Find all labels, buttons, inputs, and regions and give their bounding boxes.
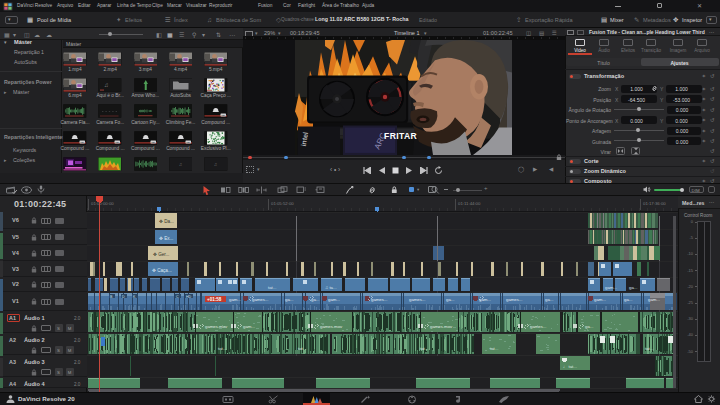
svg-text:games...: games... xyxy=(530,324,546,329)
svg-text:games...: games... xyxy=(506,297,522,302)
svg-text:ga...: ga... xyxy=(629,285,637,290)
svg-text:games...: games... xyxy=(409,297,425,302)
svg-text:gam...: gam... xyxy=(648,297,660,302)
svg-text:games.mov: games.mov xyxy=(320,324,343,329)
svg-text:tat...: tat... xyxy=(298,346,306,351)
svg-text:FRITAR: FRITAR xyxy=(384,131,418,141)
svg-text:C: C xyxy=(176,295,179,299)
svg-text:720: 720 xyxy=(116,140,121,143)
svg-text:games.mov: games.mov xyxy=(205,324,228,329)
svg-text:♫: ♫ xyxy=(104,82,109,88)
svg-text:ga...: ga... xyxy=(285,297,293,302)
svg-text:♫ ta...: ♫ ta... xyxy=(325,285,337,290)
svg-text:♩ tat...: ♩ tat... xyxy=(563,364,577,369)
svg-text:♫: ♫ xyxy=(214,162,217,167)
svg-text:ga...: ga... xyxy=(446,297,454,302)
svg-text:gam...: gam... xyxy=(243,324,255,329)
svg-text:tat...: tat... xyxy=(645,346,653,351)
svg-text:games...: games... xyxy=(252,297,268,302)
svg-text:✥ Da...: ✥ Da... xyxy=(159,219,174,224)
svg-text:720: 720 xyxy=(80,140,85,143)
svg-text:gam...: gam... xyxy=(605,285,617,290)
svg-text:tat...: tat... xyxy=(420,346,428,351)
svg-text:D: D xyxy=(122,295,125,299)
svg-text:✥ Ger...: ✥ Ger... xyxy=(153,252,169,257)
svg-text:games...: games... xyxy=(371,297,387,302)
svg-text:tat...: tat... xyxy=(268,285,276,290)
svg-text:ga...: ga... xyxy=(585,324,593,329)
svg-text:01:11:44:00: 01:11:44:00 xyxy=(458,201,481,206)
svg-text:✥ Ex...: ✥ Ex... xyxy=(159,236,173,241)
svg-text:gam...: gam... xyxy=(594,297,606,302)
svg-text:720: 720 xyxy=(186,140,191,143)
svg-text:01:17:36:00: 01:17:36:00 xyxy=(643,201,666,206)
svg-text:♫: ♫ xyxy=(179,162,182,167)
svg-text:720: 720 xyxy=(151,140,156,143)
svg-text:games.mov: games.mov xyxy=(430,324,453,329)
svg-text:01:00:00:00: 01:00:00:00 xyxy=(91,201,114,206)
svg-text:720: 720 xyxy=(221,114,226,117)
svg-text:+01:58: +01:58 xyxy=(207,297,222,302)
svg-text:✥ Caça...: ✥ Caça... xyxy=(152,268,172,273)
svg-text:tat...: tat... xyxy=(490,346,498,351)
svg-text:01:05:52:00: 01:05:52:00 xyxy=(271,201,294,206)
svg-text:HD: HD xyxy=(186,295,192,299)
svg-text:ga...: ga... xyxy=(545,297,553,302)
svg-text:gam...: gam... xyxy=(229,297,241,302)
svg-text:ga...: ga... xyxy=(624,297,632,302)
svg-text:gam...: gam... xyxy=(328,297,340,302)
svg-text:ga...: ga... xyxy=(311,297,319,302)
svg-text:tat...: tat... xyxy=(218,346,226,351)
